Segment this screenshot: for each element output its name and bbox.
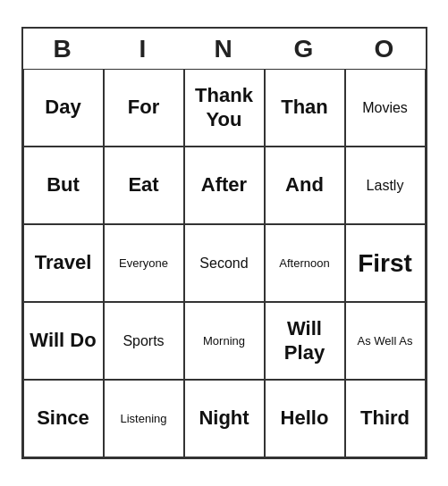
header-letter: O — [345, 29, 426, 69]
bingo-cell: Day — [23, 69, 104, 147]
bingo-cell: After — [184, 147, 265, 224]
bingo-cell: Everyone — [104, 224, 184, 302]
bingo-cell: Will Do — [23, 302, 104, 380]
bingo-cell: For — [104, 69, 184, 147]
bingo-cell: Thank You — [184, 69, 265, 147]
bingo-row: DayForThank YouThanMovies — [23, 69, 426, 147]
bingo-cell: First — [345, 224, 426, 302]
bingo-row: ButEatAfterAndLastly — [23, 147, 426, 224]
bingo-cell: Since — [23, 380, 104, 457]
bingo-cell: But — [23, 147, 104, 224]
bingo-cell: Afternoon — [265, 224, 345, 302]
header-letter: N — [184, 29, 265, 69]
bingo-cell: Second — [184, 224, 265, 302]
bingo-row: TravelEveryoneSecondAfternoonFirst — [23, 224, 426, 302]
bingo-cell: Lastly — [345, 147, 426, 224]
bingo-cell: Third — [345, 380, 426, 457]
bingo-cell: Night — [184, 380, 265, 457]
bingo-cell: Will Play — [265, 302, 345, 380]
bingo-header: BINGO — [23, 29, 426, 69]
bingo-cell: As Well As — [345, 302, 426, 380]
header-letter: I — [104, 29, 184, 69]
bingo-row: SinceListeningNightHelloThird — [23, 380, 426, 457]
header-letter: G — [265, 29, 345, 69]
bingo-cell: Morning — [184, 302, 265, 380]
bingo-cell: And — [265, 147, 345, 224]
bingo-cell: Than — [265, 69, 345, 147]
bingo-cell: Travel — [23, 224, 104, 302]
header-letter: B — [23, 29, 104, 69]
bingo-cell: Eat — [104, 147, 184, 224]
bingo-cell: Sports — [104, 302, 184, 380]
bingo-rows: DayForThank YouThanMoviesButEatAfterAndL… — [23, 69, 426, 457]
bingo-cell: Listening — [104, 380, 184, 457]
bingo-card: BINGO DayForThank YouThanMoviesButEatAft… — [21, 27, 427, 459]
bingo-cell: Hello — [265, 380, 345, 457]
bingo-row: Will DoSportsMorningWill PlayAs Well As — [23, 302, 426, 380]
bingo-cell: Movies — [345, 69, 426, 147]
